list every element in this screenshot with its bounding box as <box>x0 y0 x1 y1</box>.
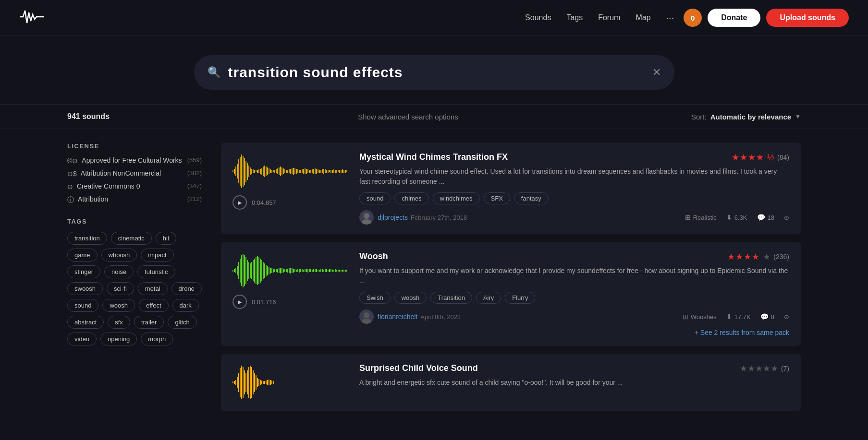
tag-metal[interactable]: metal <box>138 282 168 295</box>
license-noncommercial[interactable]: ⊙$ Attribution NonCommercial (382) <box>67 169 202 178</box>
svg-rect-169 <box>240 368 241 397</box>
svg-rect-172 <box>244 370 245 394</box>
tag-sfx[interactable]: sfx <box>108 316 130 329</box>
svg-rect-154 <box>336 270 337 272</box>
tag-opening[interactable]: opening <box>100 333 137 345</box>
rating-3: ★★★★★ (7) <box>740 363 789 374</box>
tag-hit[interactable]: hit <box>156 232 177 245</box>
svg-rect-122 <box>290 268 291 274</box>
user-link-2[interactable]: florianreichelt <box>378 313 417 321</box>
tag-morph[interactable]: morph <box>141 333 173 345</box>
comments-2: 💬 8 <box>760 313 774 321</box>
svg-rect-181 <box>257 378 258 387</box>
nav-forum[interactable]: Forum <box>598 13 620 22</box>
tag-game[interactable]: game <box>67 249 98 262</box>
tags-grid: transition cinematic hit game whoosh imp… <box>67 232 202 345</box>
svg-rect-60 <box>319 170 320 173</box>
license-name-3: Attribution <box>78 195 183 203</box>
license-free-cultural[interactable]: ©⊙ Approved for Free Cultural Works (559… <box>67 156 202 165</box>
play-button-1[interactable]: ▶ <box>232 195 247 210</box>
svg-rect-71 <box>335 170 336 173</box>
tag-swoosh[interactable]: swoosh <box>67 282 103 295</box>
rating-2: ★★★★★ (236) <box>727 251 789 262</box>
tag-dark[interactable]: dark <box>172 299 199 312</box>
advanced-search-toggle[interactable]: Show advanced search options <box>125 113 691 121</box>
download-count-1: 6.3K <box>734 214 747 221</box>
sound-title-2: Woosh <box>359 251 388 262</box>
svg-rect-79 <box>346 170 347 172</box>
sound-tag-windchimes[interactable]: windchimes <box>433 192 480 204</box>
header: Sounds Tags Forum Map ··· 0 Donate Uploa… <box>0 0 868 36</box>
sound-title-1: Mystical Wind Chimes Transition FX <box>359 152 508 162</box>
svg-rect-24 <box>267 167 268 175</box>
see-pack-link-2[interactable]: + See 2 results from same pack <box>695 329 789 336</box>
svg-rect-77 <box>343 170 344 173</box>
tag-woosh[interactable]: woosh <box>102 299 135 312</box>
tag-whoosh[interactable]: whoosh <box>101 249 137 262</box>
user-link-1[interactable]: djlprojects <box>378 214 408 221</box>
notification-button[interactable]: 0 <box>684 9 702 27</box>
tag-drone[interactable]: drone <box>171 282 202 295</box>
tag-glitch[interactable]: glitch <box>168 316 196 329</box>
donate-button[interactable]: Donate <box>708 9 760 27</box>
tag-trailer[interactable]: trailer <box>134 316 164 329</box>
player-row-2: ▶ 0:01.716 <box>232 295 348 309</box>
sound-tag-flurry[interactable]: Flurry <box>505 292 535 304</box>
search-icon: 🔍 <box>208 66 220 79</box>
search-input[interactable] <box>228 64 652 81</box>
svg-rect-161 <box>346 270 347 272</box>
tag-abstract[interactable]: abstract <box>67 316 104 329</box>
sound-tag-airy[interactable]: Airy <box>476 292 501 304</box>
upload-button[interactable]: Upload sounds <box>766 9 849 27</box>
svg-rect-182 <box>258 379 259 386</box>
sort-dropdown-icon[interactable]: ▼ <box>795 113 801 120</box>
svg-rect-27 <box>271 170 272 173</box>
nav-map[interactable]: Map <box>636 13 650 22</box>
tag-effect[interactable]: effect <box>139 299 169 312</box>
sort-section: Sort: Automatic by relevance ▼ <box>691 113 801 121</box>
clear-search-icon[interactable]: ✕ <box>652 66 661 79</box>
svg-rect-187 <box>266 381 267 384</box>
tag-impact[interactable]: impact <box>141 249 173 262</box>
title-row-1: Mystical Wind Chimes Transition FX ★★★★½… <box>359 152 789 163</box>
attribution-icon: ⓘ <box>67 196 74 204</box>
sound-tag-fantasy[interactable]: fantasy <box>514 192 549 204</box>
tag-sci-fi[interactable]: sci-fi <box>107 282 134 295</box>
svg-rect-170 <box>241 366 242 399</box>
svg-rect-65 <box>326 170 327 173</box>
svg-rect-63 <box>323 169 324 174</box>
nav-tags[interactable]: Tags <box>566 13 583 22</box>
sound-tag-woosh[interactable]: woosh <box>394 292 427 304</box>
license-cc0[interactable]: ⊙ Creative Commons 0 (347) <box>67 182 202 190</box>
svg-rect-116 <box>281 268 282 273</box>
svg-rect-38 <box>287 170 288 173</box>
svg-rect-112 <box>276 269 277 272</box>
tag-stinger[interactable]: stinger <box>67 265 100 278</box>
sound-tag-swish[interactable]: Swish <box>359 292 391 304</box>
svg-rect-1 <box>234 169 235 174</box>
play-button-2[interactable]: ▶ <box>232 295 247 309</box>
tag-video[interactable]: video <box>67 333 97 345</box>
svg-rect-11 <box>248 166 249 177</box>
tag-transition[interactable]: transition <box>67 232 107 245</box>
tag-cinematic[interactable]: cinematic <box>111 232 152 245</box>
svg-rect-166 <box>235 380 236 385</box>
nav-more[interactable]: ··· <box>666 12 674 24</box>
comment-count-1: 18 <box>768 214 774 221</box>
sound-tag-transition[interactable]: Transition <box>430 292 472 304</box>
tag-futuristic[interactable]: futuristic <box>137 265 175 278</box>
waveform-2: ▶ 0:01.716 <box>232 251 348 309</box>
svg-rect-69 <box>332 170 333 173</box>
svg-rect-33 <box>280 166 281 176</box>
tag-noise[interactable]: noise <box>104 265 134 278</box>
sound-tag-sound[interactable]: sound <box>359 192 391 204</box>
svg-rect-35 <box>283 168 284 174</box>
svg-rect-173 <box>245 373 246 392</box>
license-count-1: (382) <box>187 169 202 177</box>
tag-sound[interactable]: sound <box>67 299 98 312</box>
sound-tag-sfx[interactable]: SFX <box>484 192 510 204</box>
svg-rect-30 <box>276 169 277 173</box>
license-attribution[interactable]: ⓘ Attribution (212) <box>67 195 202 204</box>
nav-sounds[interactable]: Sounds <box>525 13 551 22</box>
sound-tag-chimes[interactable]: chimes <box>394 192 428 204</box>
